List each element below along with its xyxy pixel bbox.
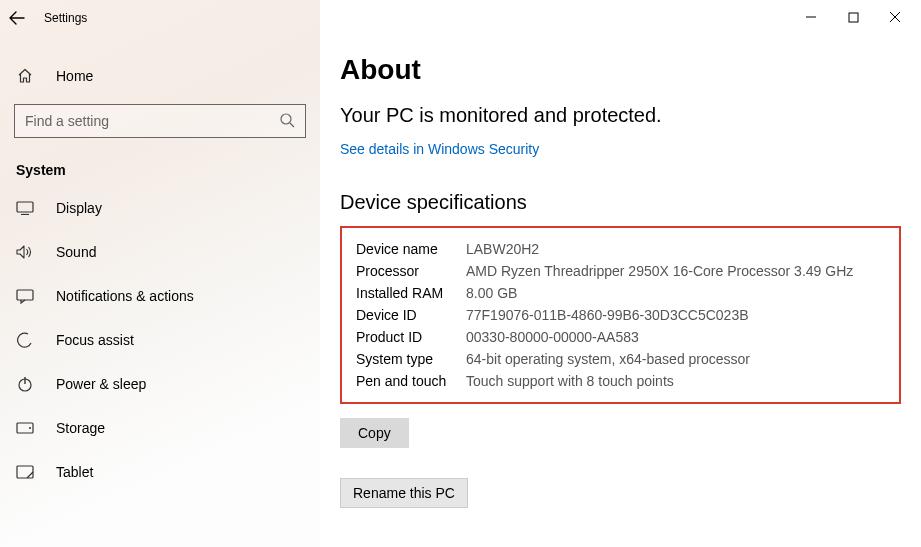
spec-value: AMD Ryzen Threadripper 2950X 16-Core Pro… [466,263,885,279]
spec-value: Touch support with 8 touch points [466,373,885,389]
spec-row-ram: Installed RAM 8.00 GB [356,282,885,304]
copy-button[interactable]: Copy [340,418,409,448]
spec-label: Device name [356,241,466,257]
home-nav[interactable]: Home [0,58,320,94]
tablet-icon [16,465,34,479]
spec-label: Product ID [356,329,466,345]
spec-value: 64-bit operating system, x64-based proce… [466,351,885,367]
spec-value: 8.00 GB [466,285,885,301]
spec-value: LABW20H2 [466,241,885,257]
nav-item-display[interactable]: Display [0,186,320,230]
nav-item-tablet[interactable]: Tablet [0,450,320,494]
svg-rect-6 [17,466,33,478]
search-icon [279,112,295,131]
storage-icon [16,422,34,434]
rename-pc-button[interactable]: Rename this PC [340,478,468,508]
spec-value: 77F19076-011B-4860-99B6-30D3CC5C023B [466,307,885,323]
nav-list: Display Sound Notifications & actions Fo… [0,186,320,494]
spec-label: Processor [356,263,466,279]
window-title: Settings [44,11,87,25]
page-content: About Your PC is monitored and protected… [320,36,921,508]
nav-label: Sound [56,244,96,260]
spec-row-device-id: Device ID 77F19076-011B-4860-99B6-30D3CC… [356,304,885,326]
svg-rect-2 [17,290,33,300]
search-input[interactable] [25,113,279,129]
nav-label: Notifications & actions [56,288,194,304]
display-icon [16,201,34,215]
spec-label: System type [356,351,466,367]
search-box[interactable] [14,104,306,138]
nav-label: Tablet [56,464,93,480]
svg-rect-7 [849,13,858,22]
svg-point-0 [281,114,291,124]
home-icon [16,68,34,84]
nav-label: Focus assist [56,332,134,348]
nav-label: Storage [56,420,105,436]
spec-row-pen-touch: Pen and touch Touch support with 8 touch… [356,370,885,392]
page-title: About [340,54,901,86]
window-controls [320,0,921,36]
spec-row-product-id: Product ID 00330-80000-00000-AA583 [356,326,885,348]
main-content: About Your PC is monitored and protected… [320,0,921,547]
sound-icon [16,245,34,259]
device-specs-box: Device name LABW20H2 Processor AMD Ryzen… [340,226,901,404]
maximize-button[interactable] [845,11,861,26]
home-label: Home [56,68,93,84]
power-icon [16,376,34,392]
spec-row-system-type: System type 64-bit operating system, x64… [356,348,885,370]
spec-row-processor: Processor AMD Ryzen Threadripper 2950X 1… [356,260,885,282]
spec-label: Installed RAM [356,285,466,301]
titlebar: Settings [0,0,320,36]
spec-label: Pen and touch [356,373,466,389]
nav-label: Display [56,200,102,216]
nav-item-sound[interactable]: Sound [0,230,320,274]
sidebar: Settings Home System Display Sound [0,0,320,547]
spec-label: Device ID [356,307,466,323]
category-header: System [0,144,320,186]
nav-item-storage[interactable]: Storage [0,406,320,450]
back-button[interactable] [8,11,26,25]
nav-item-notifications[interactable]: Notifications & actions [0,274,320,318]
spec-value: 00330-80000-00000-AA583 [466,329,885,345]
nav-label: Power & sleep [56,376,146,392]
close-button[interactable] [887,11,903,26]
svg-point-5 [29,427,31,429]
spec-row-device-name: Device name LABW20H2 [356,238,885,260]
nav-item-focus-assist[interactable]: Focus assist [0,318,320,362]
search-container [0,94,320,144]
protection-status: Your PC is monitored and protected. [340,104,901,127]
focus-assist-icon [16,332,34,348]
specs-section-title: Device specifications [340,191,901,214]
security-link[interactable]: See details in Windows Security [340,141,539,157]
nav-item-power-sleep[interactable]: Power & sleep [0,362,320,406]
minimize-button[interactable] [803,11,819,26]
svg-rect-1 [17,202,33,212]
notifications-icon [16,289,34,304]
